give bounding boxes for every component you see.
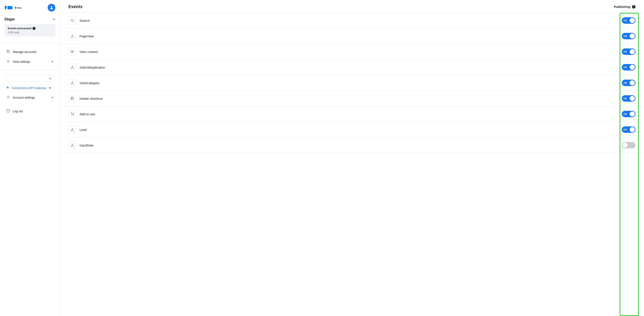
event-name: Lead xyxy=(80,128,86,132)
event-row: InputData Off xyxy=(60,138,644,153)
svg-point-21 xyxy=(72,128,73,129)
svg-rect-18 xyxy=(71,97,74,100)
publishing-label: Publishing xyxy=(614,5,630,8)
logout-label: Log out xyxy=(13,110,23,113)
event-toggle[interactable]: ON xyxy=(622,80,636,86)
svg-point-22 xyxy=(71,130,72,131)
event-name: PageView xyxy=(80,34,94,38)
sidebar-item-logout[interactable]: Log out xyxy=(2,107,58,116)
svg-point-14 xyxy=(73,68,74,69)
svg-point-23 xyxy=(73,130,74,131)
event-icon-box xyxy=(68,141,76,149)
event-name: View content xyxy=(80,50,98,54)
toggle-wrapper: ON xyxy=(622,17,636,24)
event-name: InputData xyxy=(80,144,94,147)
svg-point-24 xyxy=(72,144,73,145)
events-total: 12M total xyxy=(8,31,52,34)
svg-text:Meta: Meta xyxy=(17,7,22,9)
toggle-wrapper: ON xyxy=(622,95,636,102)
user-avatar-button[interactable] xyxy=(48,4,56,11)
app-name: Stape xyxy=(4,17,15,21)
svg-point-13 xyxy=(71,68,72,69)
meta-logo: Meta xyxy=(4,5,27,10)
svg-point-3 xyxy=(7,50,8,51)
svg-point-15 xyxy=(72,82,73,82)
main-header: Events Publishing i xyxy=(60,0,644,13)
sidebar-item-host-settings[interactable]: Host settings ▼ xyxy=(2,57,58,66)
event-left: Search xyxy=(68,17,90,24)
toggle-wrapper: ON xyxy=(622,33,636,39)
manage-accounts-label: Manage accounts xyxy=(13,50,36,54)
event-row: ViewCategory ON xyxy=(60,75,644,91)
events-container: Search ON PageView ON View content xyxy=(60,13,644,153)
event-row: SubmitApplication ON xyxy=(60,60,644,75)
conversions-api-label: Conversions API Gateway xyxy=(12,86,46,90)
event-toggle[interactable]: ON xyxy=(622,17,636,24)
sidebar-item-account-settings[interactable]: Account settings ▼ xyxy=(2,93,58,102)
main-content: Events Publishing i Search ON xyxy=(60,0,644,316)
event-left: Add to cart xyxy=(68,110,95,118)
event-left: PageView xyxy=(68,32,94,40)
event-toggle[interactable]: Off xyxy=(622,142,636,149)
sidebar-dropdown-section: ▼ xyxy=(2,74,58,83)
host-settings-icon xyxy=(6,59,10,64)
svg-point-4 xyxy=(8,61,9,62)
svg-point-26 xyxy=(73,146,74,147)
event-icon-box xyxy=(68,95,76,102)
logout-icon xyxy=(6,109,10,114)
lightning-icon xyxy=(6,86,10,90)
svg-point-17 xyxy=(73,83,74,84)
event-row: Initiate checkout ON xyxy=(60,91,644,106)
event-row: Search ON xyxy=(60,13,644,28)
svg-point-16 xyxy=(71,83,72,84)
event-toggle[interactable]: ON xyxy=(622,64,636,70)
event-toggle[interactable]: ON xyxy=(622,33,636,39)
event-row: Lead ON xyxy=(60,122,644,138)
host-settings-label: Host settings xyxy=(13,60,30,63)
event-toggle[interactable]: ON xyxy=(622,95,636,102)
host-settings-arrow: ▼ xyxy=(51,60,54,63)
dropdown-wrapper: ▼ xyxy=(6,75,54,82)
conversions-api-arrow: ▼ xyxy=(48,86,52,90)
toggle-wrapper: ON xyxy=(622,126,636,133)
event-icon-box xyxy=(68,32,76,40)
edit-icon[interactable]: ✏ xyxy=(52,17,56,21)
event-toggle[interactable]: ON xyxy=(622,111,636,117)
svg-point-10 xyxy=(73,37,74,37)
app-section: Stape ✏ Events processed i 12M total xyxy=(0,14,60,40)
events-processed-box: Events processed i 12M total xyxy=(4,24,56,36)
event-row: PageView ON xyxy=(60,28,644,44)
toggle-wrapper: ON xyxy=(622,64,636,70)
event-left: ViewCategory xyxy=(68,79,100,87)
page-title: Events xyxy=(68,4,82,9)
sidebar-header: Meta xyxy=(0,0,60,14)
event-left: Lead xyxy=(68,126,86,134)
event-name: ViewCategory xyxy=(80,81,100,85)
event-left: Initiate checkout xyxy=(68,95,103,102)
publishing-info-icon[interactable]: i xyxy=(632,5,636,8)
event-name: Add to cart xyxy=(80,112,95,116)
event-toggle[interactable]: ON xyxy=(622,48,636,55)
svg-point-1 xyxy=(9,8,11,9)
svg-point-11 xyxy=(72,51,73,52)
event-left: View content xyxy=(68,48,98,55)
workspace-dropdown[interactable] xyxy=(6,75,54,82)
meta-wordmark: Meta xyxy=(14,5,27,10)
sidebar-item-conversions-api[interactable]: Conversions API Gateway ▼ xyxy=(2,84,58,92)
event-left: SubmitApplication xyxy=(68,63,105,71)
toggle-wrapper: ON xyxy=(622,80,636,86)
toggle-wrapper: Off xyxy=(622,142,636,149)
sidebar-divider-1 xyxy=(0,43,60,44)
event-toggle[interactable]: ON xyxy=(622,126,636,133)
sidebar-item-manage-accounts[interactable]: Manage accounts xyxy=(2,47,58,56)
svg-point-20 xyxy=(73,115,74,115)
events-processed-info-icon[interactable]: i xyxy=(32,27,36,30)
toggle-wrapper: ON xyxy=(622,48,636,55)
account-settings-arrow: ▼ xyxy=(51,96,54,99)
toggle-wrapper: ON xyxy=(622,111,636,117)
account-settings-label: Account settings xyxy=(13,96,35,99)
app-name-row: Stape ✏ xyxy=(4,17,56,21)
event-icon-box xyxy=(68,63,76,71)
svg-point-7 xyxy=(71,19,73,21)
svg-point-9 xyxy=(71,37,72,37)
